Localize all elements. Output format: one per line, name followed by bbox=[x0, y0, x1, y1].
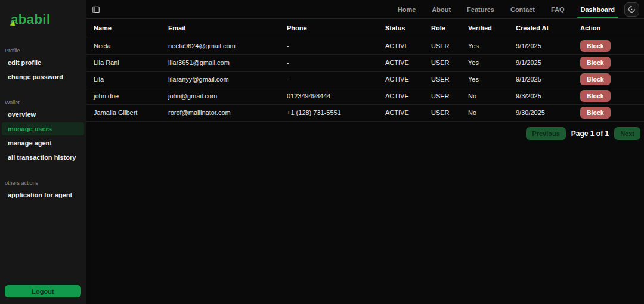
block-button[interactable]: Block bbox=[580, 40, 611, 52]
sidebar-item-manage-users[interactable]: manage users bbox=[2, 122, 84, 135]
block-button[interactable]: Block bbox=[580, 73, 611, 85]
column-header-role: Role bbox=[431, 19, 468, 38]
table-row: john doejohn@gmail.com012349498444ACTIVE… bbox=[86, 88, 644, 104]
column-header-verified: Verified bbox=[468, 19, 516, 38]
cell-verified: Yes bbox=[468, 54, 516, 71]
next-page-button[interactable]: Next bbox=[614, 127, 640, 140]
cell-created_at: 9/30/2025 bbox=[516, 104, 580, 121]
sidebar-section-label-profile: Profile bbox=[5, 48, 86, 54]
column-header-name: Name bbox=[86, 19, 168, 38]
sidebar-item-overview[interactable]: overview bbox=[2, 108, 84, 121]
sidebar-nav: Profileedit profilechange passwordWallet… bbox=[0, 32, 86, 202]
panel-left-icon bbox=[92, 5, 100, 14]
cell-role: USER bbox=[431, 104, 468, 121]
cell-created_at: 9/1/2025 bbox=[516, 38, 580, 54]
top-bar: HomeAboutFeaturesContactFAQDashboard bbox=[86, 0, 644, 19]
sidebar-item-edit-profile[interactable]: edit profile bbox=[2, 56, 84, 69]
sidebar-section-items: edit profilechange password bbox=[0, 55, 86, 84]
cell-action: Block bbox=[580, 88, 644, 104]
sidebar-section-items: overviewmanage usersmanage agentall tran… bbox=[0, 107, 86, 165]
logo-text: ababil bbox=[11, 12, 51, 27]
theme-toggle-button[interactable] bbox=[624, 2, 639, 17]
cell-phone: 012349498444 bbox=[287, 88, 385, 104]
table-body: Neelaneela9624@gmail.com-ACTIVEUSERYes9/… bbox=[86, 38, 644, 121]
cell-verified: Yes bbox=[468, 71, 516, 88]
cell-created_at: 9/3/2025 bbox=[516, 88, 580, 104]
cell-name: Jamalia Gilbert bbox=[86, 104, 168, 121]
cell-email: neela9624@gmail.com bbox=[168, 38, 287, 54]
cell-phone: - bbox=[287, 54, 385, 71]
sidebar-spacer bbox=[0, 202, 86, 285]
logout-button[interactable]: Logout bbox=[5, 285, 81, 297]
table-row: Lila Ranililar3651@gmail.com-ACTIVEUSERY… bbox=[86, 54, 644, 71]
block-button[interactable]: Block bbox=[580, 57, 611, 69]
nav-item-features[interactable]: Features bbox=[467, 4, 494, 15]
cell-action: Block bbox=[580, 54, 644, 71]
cell-phone: - bbox=[287, 71, 385, 88]
cell-verified: No bbox=[468, 104, 516, 121]
cell-phone: - bbox=[287, 38, 385, 54]
cell-status: ACTIVE bbox=[385, 71, 431, 88]
previous-page-button[interactable]: Previous bbox=[526, 127, 565, 140]
app-root: ababil Profileedit profilechange passwor… bbox=[0, 0, 644, 304]
sidebar-item-application-for-agent[interactable]: application for agent bbox=[2, 188, 84, 201]
column-header-email: Email bbox=[168, 19, 287, 38]
sidebar-section-label-others-actions: others actions bbox=[5, 180, 86, 186]
nav-item-home[interactable]: Home bbox=[398, 4, 416, 15]
table-row: Jamalia Gilbertrorof@mailinator.com+1 (1… bbox=[86, 104, 644, 121]
cell-role: USER bbox=[431, 38, 468, 54]
cell-email: rorof@mailinator.com bbox=[168, 104, 287, 121]
page-indicator: Page 1 of 1 bbox=[571, 129, 609, 138]
table-row: Lilalilaranyy@gmail.com-ACTIVEUSERYes9/1… bbox=[86, 71, 644, 88]
cell-status: ACTIVE bbox=[385, 54, 431, 71]
cell-role: USER bbox=[431, 71, 468, 88]
cell-email: john@gmail.com bbox=[168, 88, 287, 104]
cell-role: USER bbox=[431, 88, 468, 104]
cell-email: lilar3651@gmail.com bbox=[168, 54, 287, 71]
cell-action: Block bbox=[580, 38, 644, 54]
cell-created_at: 9/1/2025 bbox=[516, 54, 580, 71]
cell-action: Block bbox=[580, 104, 644, 121]
nav-item-faq[interactable]: FAQ bbox=[551, 4, 565, 15]
sidebar-item-all-transaction-history[interactable]: all transaction history bbox=[2, 151, 84, 164]
app-logo: ababil bbox=[11, 12, 86, 30]
table-row: Neelaneela9624@gmail.com-ACTIVEUSERYes9/… bbox=[86, 38, 644, 54]
moon-icon bbox=[628, 5, 636, 13]
sidebar-item-manage-agent[interactable]: manage agent bbox=[2, 137, 84, 150]
cell-status: ACTIVE bbox=[385, 38, 431, 54]
nav-item-dashboard[interactable]: Dashboard bbox=[581, 4, 615, 15]
cell-status: ACTIVE bbox=[385, 88, 431, 104]
sidebar-section-label-wallet: Wallet bbox=[5, 100, 86, 106]
block-button[interactable]: Block bbox=[580, 90, 611, 102]
cell-phone: +1 (128) 731-5551 bbox=[287, 104, 385, 121]
cell-created_at: 9/1/2025 bbox=[516, 71, 580, 88]
cell-name: Lila bbox=[86, 71, 168, 88]
cell-role: USER bbox=[431, 54, 468, 71]
sidebar-item-change-password[interactable]: change password bbox=[2, 70, 84, 83]
sidebar-toggle-button[interactable] bbox=[91, 4, 101, 15]
top-nav: HomeAboutFeaturesContactFAQDashboard bbox=[398, 4, 615, 15]
nav-item-about[interactable]: About bbox=[432, 4, 451, 15]
pagination: Previous Page 1 of 1 Next bbox=[86, 122, 644, 140]
block-button[interactable]: Block bbox=[580, 107, 611, 119]
cell-name: Lila Rani bbox=[86, 54, 168, 71]
sidebar-section-items: application for agent bbox=[0, 188, 86, 202]
cell-action: Block bbox=[580, 71, 644, 88]
cell-verified: Yes bbox=[468, 38, 516, 54]
column-header-created-at: Created At bbox=[516, 19, 580, 38]
cell-verified: No bbox=[468, 88, 516, 104]
column-header-phone: Phone bbox=[287, 19, 385, 38]
cell-status: ACTIVE bbox=[385, 104, 431, 121]
sidebar: ababil Profileedit profilechange passwor… bbox=[0, 0, 86, 304]
column-header-action: Action bbox=[580, 19, 644, 38]
cell-email: lilaranyy@gmail.com bbox=[168, 71, 287, 88]
users-table: NameEmailPhoneStatusRoleVerifiedCreated … bbox=[86, 19, 644, 122]
nav-item-contact[interactable]: Contact bbox=[510, 4, 535, 15]
cell-name: john doe bbox=[86, 88, 168, 104]
cell-name: Neela bbox=[86, 38, 168, 54]
table-header-row: NameEmailPhoneStatusRoleVerifiedCreated … bbox=[86, 19, 644, 38]
main-area: HomeAboutFeaturesContactFAQDashboard Nam… bbox=[86, 0, 644, 304]
column-header-status: Status bbox=[385, 19, 431, 38]
